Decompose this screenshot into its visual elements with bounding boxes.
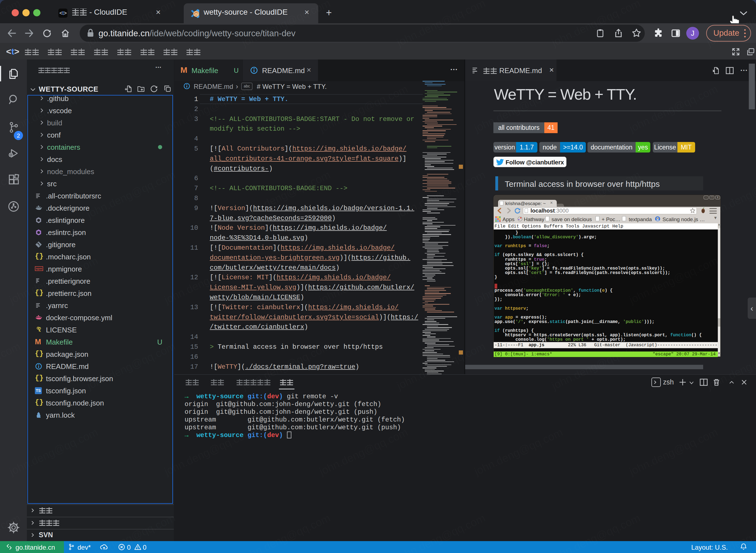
svg-text:JS: JS [194,12,198,16]
